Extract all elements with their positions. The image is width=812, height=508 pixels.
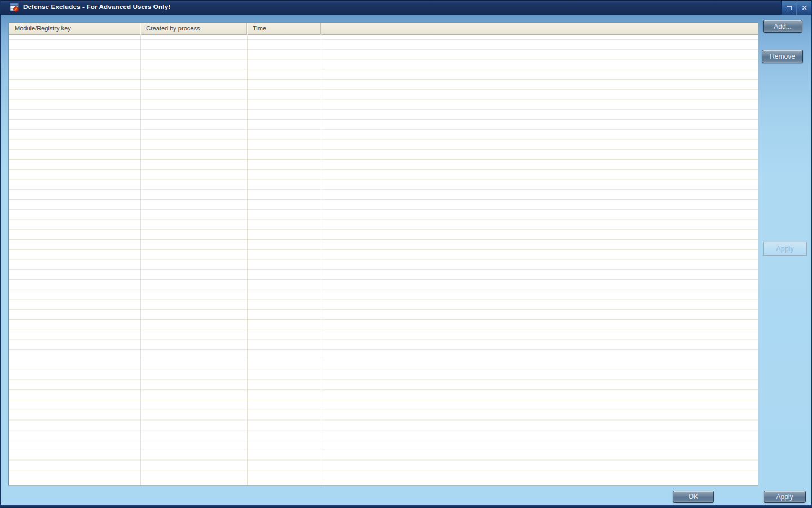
window-bottom-border <box>1 505 812 508</box>
close-button[interactable]: ✕ <box>797 1 812 15</box>
excludes-table: Module/Registry key Created by process T… <box>8 22 758 486</box>
app-icon <box>10 3 19 12</box>
ok-button[interactable]: OK <box>673 491 714 503</box>
column-separator <box>247 35 248 485</box>
remove-button[interactable]: Remove <box>762 50 803 63</box>
column-header-time[interactable]: Time <box>247 23 321 35</box>
dialog-content: Module/Registry key Created by process T… <box>1 15 812 505</box>
maximize-icon <box>787 6 792 10</box>
column-separator <box>321 35 321 485</box>
apply-side-button[interactable]: Apply <box>763 242 807 256</box>
maximize-button[interactable] <box>782 1 797 15</box>
titlebar-buttons: ✕ <box>781 1 812 15</box>
column-header-module-registry-key[interactable]: Module/Registry key <box>9 23 140 35</box>
column-separator <box>140 35 141 485</box>
add-button[interactable]: Add... <box>763 20 802 33</box>
titlebar[interactable]: Defense Excludes - For Advanced Users On… <box>1 0 812 15</box>
table-body-empty[interactable] <box>9 35 758 485</box>
defense-excludes-window: Defense Excludes - For Advanced Users On… <box>0 0 812 508</box>
close-icon: ✕ <box>801 5 807 11</box>
window-title: Defense Excludes - For Advanced Users On… <box>23 3 170 10</box>
column-header-empty[interactable] <box>321 23 758 35</box>
column-header-created-by-process[interactable]: Created by process <box>140 23 247 35</box>
apply-button[interactable]: Apply <box>764 491 806 503</box>
table-header-row: Module/Registry key Created by process T… <box>9 23 758 35</box>
